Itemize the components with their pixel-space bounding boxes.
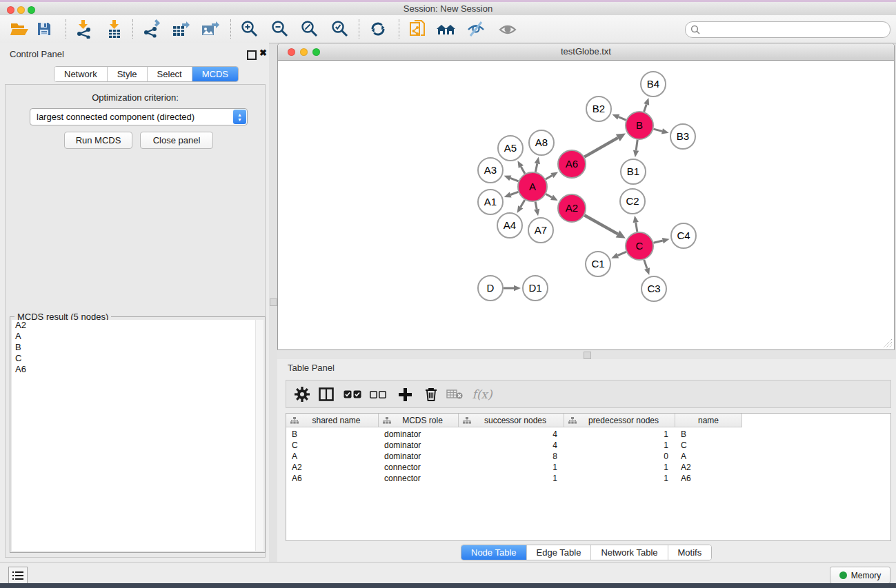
cell-successor-nodes[interactable]: 4 [459,440,564,451]
edge-C-C4[interactable] [653,241,662,243]
cell-MCDS-role[interactable]: dominator [379,429,459,440]
tab-select[interactable]: Select [148,67,192,81]
edge-C-C2[interactable] [636,223,637,232]
table-row[interactable]: Adominator80A [286,451,890,462]
app-titlebar[interactable]: Session: New Session [0,2,896,16]
tab-network-table[interactable]: Network Table [591,545,668,560]
open-session-icon[interactable] [8,17,31,41]
edge-B-B2[interactable] [619,117,626,120]
search-field[interactable] [685,21,890,38]
table-row[interactable]: Cdominator41C [286,440,890,451]
edge-B-B1[interactable] [636,140,637,150]
tab-edge-table[interactable]: Edge Table [527,545,592,560]
add-column-icon[interactable] [394,383,416,405]
cell-MCDS-role[interactable]: dominator [379,440,459,451]
run-mcds-button[interactable]: Run MCDS [64,132,132,149]
zoom-selected-icon[interactable] [328,17,352,41]
cell-shared-name[interactable]: A6 [286,473,379,484]
scrollbar-track[interactable] [255,320,263,551]
edge-A-A3[interactable] [510,178,519,181]
cell-MCDS-role[interactable]: connector [379,462,459,473]
cell-name[interactable]: A [675,451,742,462]
import-network-icon[interactable] [72,17,95,41]
edge-A-A1[interactable] [510,192,518,194]
cell-MCDS-role[interactable]: dominator [379,451,459,462]
zoom-out-icon[interactable] [268,17,292,41]
cell-name[interactable]: C [675,440,742,451]
table-row[interactable]: A6connector11A6 [286,473,890,484]
column-settings-icon[interactable] [315,383,337,405]
edge-C-C1[interactable] [617,252,626,255]
hide-selected-icon[interactable] [464,17,488,41]
search-input[interactable] [704,23,886,36]
column-header-MCDS-role[interactable]: MCDS role [379,414,459,427]
zoom-fit-icon[interactable] [298,17,321,41]
import-table-icon[interactable] [103,17,126,41]
edge-A-A2[interactable] [546,194,552,198]
tab-motifs[interactable]: Motifs [668,545,712,560]
cell-successor-nodes[interactable]: 1 [459,473,564,484]
cell-predecessor-nodes[interactable]: 1 [564,473,675,484]
cell-name[interactable]: A6 [675,473,742,484]
edge-A2-C[interactable] [584,215,617,234]
edge-A-A8[interactable] [535,163,537,172]
horizontal-splitter[interactable] [277,350,896,359]
gear-icon[interactable] [291,383,313,405]
deselect-all-icon[interactable] [367,383,389,405]
export-image-icon[interactable] [198,17,221,41]
zoom-in-icon[interactable] [238,17,261,41]
cell-shared-name[interactable]: A2 [286,462,379,473]
function-builder-icon[interactable]: f(x) [468,383,496,405]
task-history-button[interactable] [8,567,28,585]
select-all-icon[interactable] [341,383,364,405]
cell-name[interactable]: A2 [675,462,742,473]
column-header-successor-nodes[interactable]: successor nodes [459,414,564,427]
cell-successor-nodes[interactable]: 1 [459,462,564,473]
save-session-icon[interactable] [32,17,56,41]
edge-A-A4[interactable] [521,200,525,207]
cell-predecessor-nodes[interactable]: 0 [564,451,675,462]
cell-successor-nodes[interactable]: 4 [459,429,564,440]
float-panel-icon[interactable] [247,50,257,60]
tab-style[interactable]: Style [108,67,148,81]
cell-name[interactable]: B [675,429,742,440]
vertical-splitter-handle[interactable] [270,298,277,306]
refresh-icon[interactable] [366,17,390,41]
edge-B-B4[interactable] [644,104,647,112]
cell-shared-name[interactable]: B [286,429,379,440]
resize-grip-icon[interactable] [884,339,893,348]
edge-A6-B[interactable] [584,138,618,157]
close-panel-button[interactable]: Close panel [140,132,213,149]
home-icon[interactable] [435,17,458,41]
cell-predecessor-nodes[interactable]: 1 [564,429,675,440]
horizontal-splitter-handle[interactable] [584,352,591,359]
delete-icon[interactable] [420,383,442,405]
network-window-titlebar[interactable]: testGlobe.txt [278,43,894,61]
cell-MCDS-role[interactable]: connector [379,473,459,484]
table-row[interactable]: Bdominator41B [286,429,890,440]
cell-predecessor-nodes[interactable]: 1 [564,440,675,451]
clone-network-icon[interactable] [406,17,430,41]
tab-network[interactable]: Network [54,67,108,81]
cell-successor-nodes[interactable]: 8 [459,451,564,462]
edge-A-A5[interactable] [521,167,525,174]
cell-shared-name[interactable]: C [286,440,379,451]
delete-table-icon[interactable] [444,383,466,405]
tab-mcds[interactable]: MCDS [192,67,238,81]
column-header-predecessor-nodes[interactable]: predecessor nodes [564,414,675,427]
column-header-name[interactable]: name [675,414,742,427]
export-table-icon[interactable] [169,17,192,41]
show-selected-icon[interactable] [496,17,519,41]
cell-predecessor-nodes[interactable]: 1 [564,462,675,473]
edge-C-C3[interactable] [644,260,647,269]
export-network-icon[interactable] [140,17,163,41]
cell-shared-name[interactable]: A [286,451,379,462]
memory-button[interactable]: Memory [830,567,890,584]
network-canvas[interactable]: B4B2BB3A8A5A6A3B1AC2A1A2A4A7C4CC1C3DD1 [278,61,894,349]
column-header-shared-name[interactable]: shared name [286,414,379,427]
tab-node-table[interactable]: Node Table [461,545,527,560]
mcds-result-list[interactable]: A2ABCA6 [12,320,263,551]
edge-A-A7[interactable] [535,202,537,210]
table-row[interactable]: A2connector11A2 [286,462,890,473]
edge-A-A6[interactable] [546,176,552,179]
